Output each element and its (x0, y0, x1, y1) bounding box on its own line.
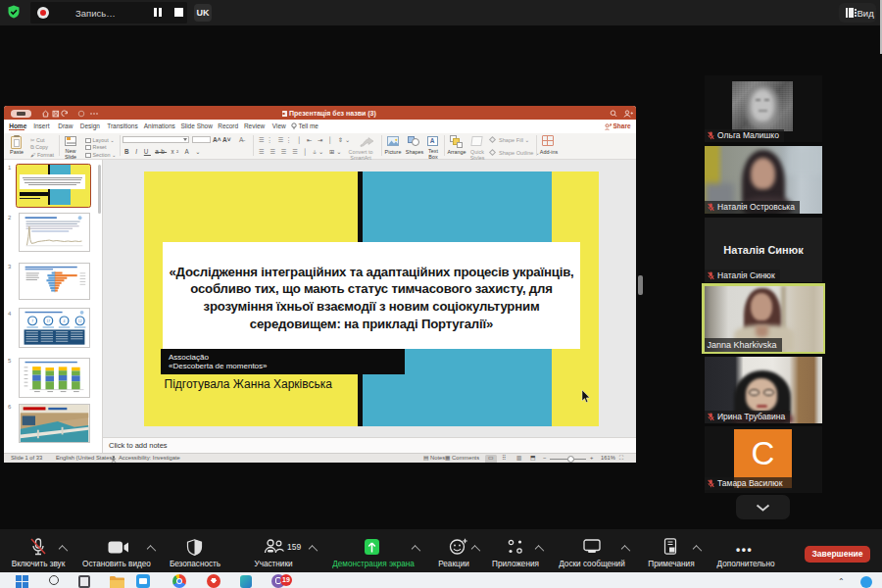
svg-text:12: 12 (78, 318, 82, 322)
svg-text:7: 7 (31, 318, 33, 322)
svg-text:4: 4 (64, 318, 66, 322)
svg-text:17: 17 (46, 318, 50, 322)
